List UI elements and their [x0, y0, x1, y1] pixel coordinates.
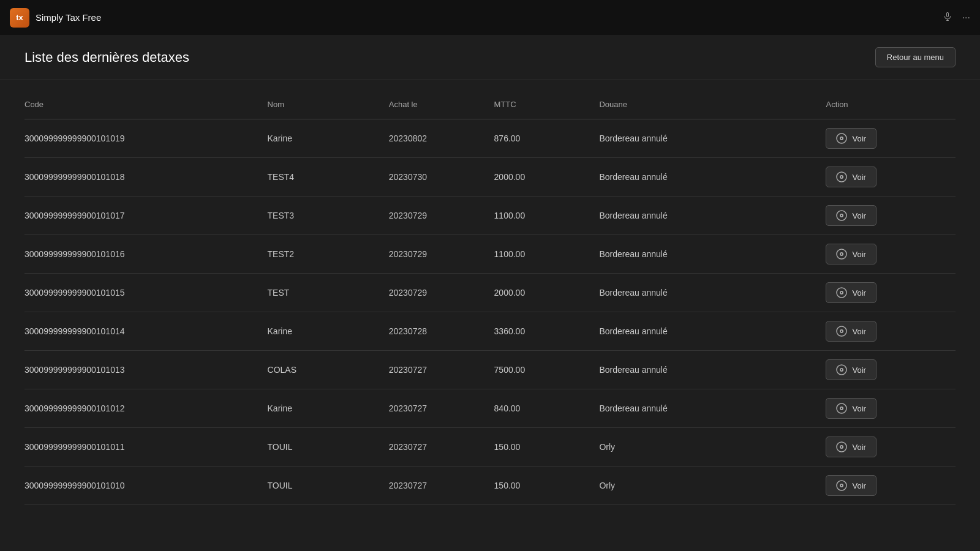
- cell-mttc: 2000.00: [494, 274, 600, 312]
- table-row: 300099999999900101017 TEST3 20230729 110…: [24, 197, 956, 235]
- voir-button[interactable]: Voir: [826, 128, 876, 149]
- app-title: Simply Tax Free: [36, 12, 101, 23]
- voir-button[interactable]: Voir: [826, 321, 876, 342]
- svg-point-29: [841, 485, 842, 486]
- cell-action: Voir: [826, 428, 956, 467]
- col-header-code: Code: [24, 92, 268, 119]
- logo-text: tx: [16, 13, 23, 22]
- cell-code: 300099999999900101012: [24, 389, 268, 428]
- cell-achat: 20230727: [389, 467, 494, 505]
- cell-douane: Bordereau annulé: [599, 197, 826, 235]
- voir-button[interactable]: Voir: [826, 244, 876, 264]
- cell-douane: Bordereau annulé: [599, 235, 826, 274]
- table-row: 300099999999900101018 TEST4 20230730 200…: [24, 158, 956, 197]
- table-body: 300099999999900101019 Karine 20230802 87…: [24, 119, 956, 505]
- cell-achat: 20230729: [389, 197, 494, 235]
- cell-douane: Bordereau annulé: [599, 312, 826, 351]
- eye-icon: [836, 210, 847, 221]
- voir-button[interactable]: Voir: [826, 167, 876, 187]
- svg-point-14: [841, 292, 842, 293]
- eye-icon: [836, 480, 847, 491]
- cell-code: 300099999999900101016: [24, 235, 268, 274]
- col-header-mttc: MTTC: [494, 92, 600, 119]
- cell-achat: 20230728: [389, 312, 494, 351]
- cell-nom: TOUIL: [268, 428, 389, 467]
- cell-action: Voir: [826, 312, 956, 351]
- cell-nom: TEST3: [268, 197, 389, 235]
- cell-code: 300099999999900101010: [24, 467, 268, 505]
- cell-code: 300099999999900101019: [24, 119, 268, 158]
- titlebar-left: tx Simply Tax Free: [10, 8, 101, 28]
- cell-nom: TEST2: [268, 235, 389, 274]
- cell-mttc: 150.00: [494, 467, 600, 505]
- cell-mttc: 1100.00: [494, 235, 600, 274]
- cell-douane: Bordereau annulé: [599, 351, 826, 389]
- col-header-nom: Nom: [268, 92, 389, 119]
- table-row: 300099999999900101019 Karine 20230802 87…: [24, 119, 956, 158]
- cell-achat: 20230727: [389, 351, 494, 389]
- svg-point-2: [841, 138, 842, 139]
- eye-icon: [836, 287, 847, 298]
- cell-action: Voir: [826, 119, 956, 158]
- voir-button[interactable]: Voir: [826, 205, 876, 226]
- svg-point-20: [841, 369, 842, 370]
- eye-icon: [836, 403, 847, 414]
- cell-nom: Karine: [268, 119, 389, 158]
- eye-icon: [836, 441, 847, 452]
- cell-nom: TOUIL: [268, 467, 389, 505]
- cell-action: Voir: [826, 351, 956, 389]
- voir-button[interactable]: Voir: [826, 359, 876, 380]
- svg-point-8: [841, 215, 842, 216]
- cell-douane: Orly: [599, 467, 826, 505]
- page-title: Liste des dernières detaxes: [24, 50, 189, 66]
- cell-code: 300099999999900101011: [24, 428, 268, 467]
- cell-code: 300099999999900101018: [24, 158, 268, 197]
- cell-nom: TEST: [268, 274, 389, 312]
- table-row: 300099999999900101010 TOUIL 20230727 150…: [24, 467, 956, 505]
- cell-douane: Orly: [599, 428, 826, 467]
- cell-achat: 20230727: [389, 428, 494, 467]
- col-header-action: Action: [826, 92, 956, 119]
- svg-point-17: [841, 331, 842, 332]
- svg-point-23: [841, 408, 842, 409]
- voir-button[interactable]: Voir: [826, 282, 876, 303]
- eye-icon: [836, 249, 847, 260]
- cell-achat: 20230727: [389, 389, 494, 428]
- cell-nom: COLAS: [268, 351, 389, 389]
- voir-button[interactable]: Voir: [826, 398, 876, 419]
- col-header-achat: Achat le: [389, 92, 494, 119]
- cell-mttc: 150.00: [494, 428, 600, 467]
- table-row: 300099999999900101012 Karine 20230727 84…: [24, 389, 956, 428]
- cell-mttc: 1100.00: [494, 197, 600, 235]
- cell-action: Voir: [826, 274, 956, 312]
- cell-nom: TEST4: [268, 158, 389, 197]
- cell-action: Voir: [826, 197, 956, 235]
- eye-icon: [836, 326, 847, 337]
- app-logo: tx: [10, 8, 29, 28]
- main-content: Code Nom Achat le MTTC Douane Action 300…: [0, 80, 980, 551]
- detaxes-table: Code Nom Achat le MTTC Douane Action 300…: [24, 92, 956, 505]
- cell-mttc: 7500.00: [494, 351, 600, 389]
- mic-icon[interactable]: [943, 12, 952, 24]
- titlebar: tx Simply Tax Free ···: [0, 0, 980, 35]
- titlebar-right: ···: [943, 12, 970, 24]
- table-row: 300099999999900101013 COLAS 20230727 750…: [24, 351, 956, 389]
- cell-nom: Karine: [268, 389, 389, 428]
- col-header-douane: Douane: [599, 92, 826, 119]
- cell-douane: Bordereau annulé: [599, 274, 826, 312]
- cell-achat: 20230729: [389, 274, 494, 312]
- cell-douane: Bordereau annulé: [599, 389, 826, 428]
- table-row: 300099999999900101014 Karine 20230728 33…: [24, 312, 956, 351]
- cell-code: 300099999999900101013: [24, 351, 268, 389]
- cell-mttc: 3360.00: [494, 312, 600, 351]
- cell-mttc: 2000.00: [494, 158, 600, 197]
- voir-button[interactable]: Voir: [826, 475, 876, 496]
- voir-button[interactable]: Voir: [826, 437, 876, 457]
- page-header: Liste des dernières detaxes Retour au me…: [0, 35, 980, 80]
- more-options-icon[interactable]: ···: [962, 12, 970, 23]
- back-to-menu-button[interactable]: Retour au menu: [875, 47, 956, 67]
- cell-code: 300099999999900101017: [24, 197, 268, 235]
- eye-icon: [836, 364, 847, 375]
- cell-code: 300099999999900101015: [24, 274, 268, 312]
- svg-point-26: [841, 446, 842, 448]
